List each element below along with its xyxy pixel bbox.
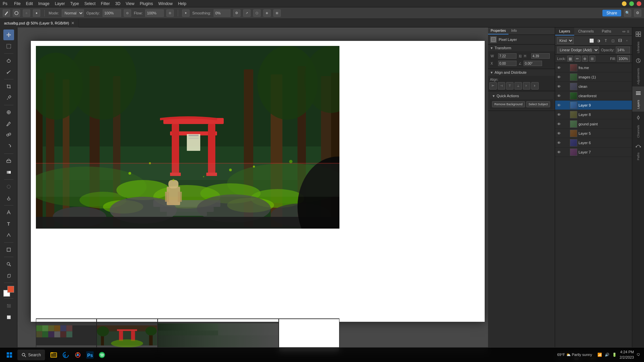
window-minimize[interactable] — [622, 1, 627, 6]
layer-link-frame[interactable] — [563, 65, 569, 70]
opacity-input[interactable] — [103, 9, 121, 17]
eyedropper-tool[interactable] — [3, 93, 14, 103]
libraries-label[interactable]: Libraries — [637, 40, 640, 55]
color-swatches[interactable] — [3, 286, 14, 297]
menu-select[interactable]: Select — [84, 1, 95, 6]
visibility-toggle-layer6[interactable]: 👁 — [556, 140, 562, 145]
layer-link-clean[interactable] — [563, 84, 569, 89]
mode-select[interactable]: Normal — [62, 9, 84, 17]
visibility-toggle-goundpaint[interactable]: 👁 — [556, 121, 562, 127]
tab-close-icon[interactable]: ✕ — [71, 21, 74, 25]
filter-pixel-icon[interactable]: ⬜ — [589, 38, 595, 44]
smoothing-input[interactable] — [214, 9, 230, 17]
paths-side-label[interactable]: Paths — [637, 151, 640, 162]
fill-input[interactable] — [617, 55, 630, 62]
extra-icon[interactable]: ⊞ — [273, 9, 281, 17]
x-input[interactable] — [498, 61, 517, 66]
layer-link-cleanforest[interactable] — [563, 93, 569, 99]
flow-input[interactable] — [145, 9, 164, 17]
adjustments-panel-icon[interactable] — [633, 55, 644, 66]
taskbar-chrome[interactable] — [72, 350, 83, 360]
layers-filter-select[interactable]: Kind — [557, 37, 574, 44]
move-tool[interactable] — [3, 29, 14, 40]
menu-view[interactable]: View — [126, 1, 135, 6]
menu-file[interactable]: File — [14, 1, 20, 6]
layers-expand-icon[interactable]: ⇔ — [622, 29, 626, 34]
screen-mode[interactable]: ⬜ — [3, 312, 14, 322]
libraries-panel-icon[interactable] — [633, 29, 644, 40]
visibility-toggle-frame[interactable]: 👁 — [556, 65, 562, 70]
shape-tool[interactable] — [3, 244, 14, 255]
layer-item-frame[interactable]: 👁 fra.me — [555, 63, 632, 72]
mask-toggle[interactable]: ⬛ — [3, 300, 14, 311]
menu-3d[interactable]: 3D — [115, 1, 120, 6]
volume-icon[interactable]: 🔊 — [605, 353, 609, 357]
lock-artboard-icon[interactable]: ⊞ — [589, 56, 595, 62]
clock[interactable]: 4:24 PM 2/2/2023 — [620, 350, 634, 360]
blend-mode-select[interactable]: Linear Dodge (Add) — [557, 47, 599, 53]
align-bottom[interactable]: ⊧ — [531, 82, 539, 89]
window-maximize[interactable] — [629, 1, 634, 6]
opacity-value-input[interactable]: 14% — [616, 47, 630, 53]
airbrush-icon[interactable]: ✦ — [182, 9, 190, 17]
layer-item-layer9[interactable]: 👁 Layer 9 — [555, 101, 632, 110]
angle-icon[interactable]: ↗ — [243, 9, 251, 17]
qa-select-subject[interactable]: Select Subject — [526, 101, 550, 107]
link-icon[interactable]: ⛓ — [519, 54, 522, 58]
brush-preset-icon[interactable] — [13, 9, 20, 17]
layer-item-images[interactable]: 👁 images (1) — [555, 72, 632, 82]
gradient-tool[interactable] — [3, 167, 14, 178]
opacity-pressure-icon[interactable]: ⊙ — [124, 9, 131, 17]
settings-icon[interactable]: ⚙ — [634, 9, 641, 17]
layer-link-layer9[interactable] — [563, 103, 569, 108]
marquee-tool[interactable] — [3, 41, 14, 52]
layer-item-layer6[interactable]: 👁 Layer 6 — [555, 138, 632, 147]
layers-side-icon[interactable] — [633, 88, 644, 99]
align-left[interactable]: ⊢ — [489, 82, 497, 89]
brush-tool-icon[interactable] — [3, 9, 10, 17]
adjustments-label[interactable]: Adjustments — [637, 67, 640, 86]
blur-tool[interactable] — [3, 181, 14, 192]
taskbar-files[interactable] — [48, 350, 59, 360]
visibility-toggle-layer5[interactable]: 👁 — [556, 131, 562, 136]
notification-icon[interactable]: 🗨 — [637, 353, 640, 357]
layer-link-images[interactable] — [563, 74, 569, 80]
width-input[interactable] — [498, 53, 517, 59]
filter-shape-icon[interactable]: ◻ — [610, 38, 616, 44]
layer-link-layer8[interactable] — [563, 112, 569, 117]
smoothing-settings-icon[interactable]: ⚙ — [233, 9, 240, 17]
menu-filter[interactable]: Filter — [101, 1, 110, 6]
layer-link-layer5[interactable] — [563, 131, 569, 136]
layer-link-layer6[interactable] — [563, 140, 569, 145]
menu-plugins[interactable]: Plugins — [140, 1, 153, 6]
lock-position-icon[interactable]: ⊕ — [582, 56, 588, 62]
taskbar-edge[interactable] — [60, 350, 71, 360]
filter-toggle[interactable]: ● — [624, 38, 630, 44]
tab-paths[interactable]: Paths — [598, 27, 615, 36]
menu-edit[interactable]: Edit — [26, 1, 33, 6]
height-input[interactable] — [531, 53, 550, 59]
qa-remove-bg[interactable]: Remove Background — [492, 101, 525, 107]
filter-type-icon[interactable]: T — [603, 38, 609, 44]
channels-side-label[interactable]: Channels — [637, 124, 640, 139]
healing-tool[interactable] — [3, 107, 14, 118]
angle-input[interactable] — [524, 61, 542, 66]
tab-channels[interactable]: Channels — [574, 27, 598, 36]
visibility-toggle-layer8[interactable]: 👁 — [556, 112, 562, 117]
align-right[interactable]: ⊤ — [506, 82, 514, 89]
taskbar-search[interactable]: Search — [17, 350, 45, 360]
taskbar-spotify[interactable] — [97, 350, 107, 360]
transform-header[interactable]: ▼ Transform — [488, 45, 555, 51]
taskbar-ps[interactable]: Ps — [85, 350, 95, 360]
layer-item-clean[interactable]: 👁 clean — [555, 82, 632, 91]
lock-transparent-icon[interactable]: ▦ — [567, 56, 573, 62]
layer-item-goundpaint[interactable]: 👁 gound paint — [555, 119, 632, 129]
hand-tool[interactable] — [3, 270, 14, 281]
paths-side-icon[interactable] — [633, 140, 644, 150]
align-center-h[interactable]: ⊣ — [498, 82, 505, 89]
menu-image[interactable]: Image — [38, 1, 49, 6]
zoom-tool[interactable] — [3, 259, 14, 269]
filter-adjust-icon[interactable]: ◑ — [596, 38, 602, 44]
menu-layer[interactable]: Layer — [55, 1, 65, 6]
lasso-tool[interactable] — [3, 55, 14, 66]
